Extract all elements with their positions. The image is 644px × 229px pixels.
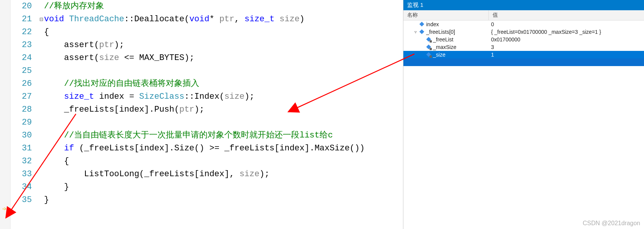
- watch-row-name-cell[interactable]: ▿_freeLists[0]: [403, 28, 489, 36]
- watch-row[interactable]: _size1: [403, 51, 644, 58]
- code-token: ptr: [219, 14, 235, 24]
- code-token: assert(: [44, 53, 99, 63]
- watch-row[interactable]: _freeList0x01700000: [403, 36, 644, 43]
- code-line[interactable]: [39, 65, 403, 77]
- watch-var-value[interactable]: 1: [489, 51, 644, 58]
- variable-icon: [419, 29, 425, 35]
- code-token: }: [44, 195, 49, 205]
- watch-rows: index0▿_freeLists[0]{ _freeList=0x017000…: [403, 21, 644, 229]
- watch-var-name: _freeList: [433, 36, 453, 43]
- line-number: 24: [11, 52, 32, 65]
- code-token: {: [44, 27, 49, 37]
- code-line[interactable]: }: [39, 194, 403, 207]
- code-token: size: [224, 92, 244, 101]
- code-line[interactable]: //释放内存对象: [39, 0, 403, 13]
- code-token: ::Index(: [184, 92, 225, 101]
- watch-row-name-cell[interactable]: _maxSize: [403, 43, 489, 51]
- code-line[interactable]: assert(ptr);: [39, 39, 403, 52]
- watch-row[interactable]: ▿_freeLists[0]{ _freeList=0x01700000 _ma…: [403, 28, 644, 36]
- line-number: 35: [11, 194, 32, 207]
- code-token: ::Deallocate(: [124, 14, 189, 24]
- watch-var-name: _maxSize: [433, 43, 456, 51]
- line-number: 25: [11, 65, 32, 77]
- code-line[interactable]: {: [39, 155, 403, 168]
- watch-row[interactable]: _maxSize3: [403, 43, 644, 51]
- watch-row-name-cell[interactable]: _freeList: [403, 36, 489, 43]
- line-number: 34: [11, 181, 32, 194]
- code-token: index =: [94, 92, 139, 101]
- watermark: CSDN @2021dragon: [583, 220, 640, 227]
- code-line[interactable]: ListTooLong(_freeLists[index], size);: [39, 168, 403, 181]
- watch-panel: 监视 1 名称 值 index0▿_freeLists[0]{ _freeLis…: [403, 0, 644, 229]
- line-number: 23: [11, 39, 32, 52]
- watch-panel-title: 监视 1: [403, 0, 644, 10]
- code-token: ): [299, 14, 304, 24]
- code-token: void: [189, 14, 209, 24]
- watch-col-name[interactable]: 名称: [403, 10, 489, 20]
- code-token: SizeClass: [139, 92, 184, 101]
- watch-header: 名称 值: [403, 10, 644, 21]
- watch-var-value[interactable]: 0: [489, 21, 644, 28]
- watch-col-value[interactable]: 值: [489, 10, 644, 20]
- code-line[interactable]: ⊟void ThreadCache::Deallocate(void* ptr,…: [39, 13, 403, 26]
- line-number-gutter: 20212223242526272829303132333435: [11, 0, 37, 229]
- code-token: ListTooLong(_freeLists[index],: [44, 169, 239, 179]
- code-line[interactable]: }: [39, 181, 403, 194]
- watch-var-name: index: [426, 21, 439, 28]
- code-token: ,: [235, 14, 244, 24]
- code-line[interactable]: _freeLists[index].Push(ptr);: [39, 103, 403, 116]
- watch-new-row[interactable]: [403, 58, 644, 66]
- code-line[interactable]: size_t index = SizeClass::Index(size);: [39, 90, 403, 103]
- code-token: size_t: [64, 92, 94, 101]
- code-line[interactable]: if (_freeLists[index].Size() >= _freeLis…: [39, 142, 403, 155]
- variable-icon: [426, 37, 431, 42]
- variable-icon: [419, 22, 425, 27]
- outline-collapse-icon[interactable]: ⊟: [39, 13, 44, 26]
- watch-var-name: _size: [433, 51, 446, 58]
- watch-var-value[interactable]: { _freeList=0x01700000 _maxSize=3 _size=…: [489, 28, 644, 36]
- watch-var-value[interactable]: 3: [489, 43, 644, 51]
- watch-var-value[interactable]: 0x01700000: [489, 36, 644, 43]
- code-token: size_t: [244, 14, 279, 24]
- code-token: *: [209, 14, 219, 24]
- variable-icon: [426, 44, 431, 50]
- line-number: 20: [11, 0, 32, 13]
- code-token: //找出对应的自由链表桶将对象插入: [44, 79, 199, 88]
- expand-collapse-icon[interactable]: ▿: [413, 28, 418, 36]
- code-token: _freeLists[index].Push(: [44, 105, 179, 114]
- line-number: 32: [11, 155, 32, 168]
- code-line[interactable]: [39, 116, 403, 129]
- code-area[interactable]: //释放内存对象⊟void ThreadCache::Deallocate(vo…: [37, 0, 403, 229]
- code-token: //释放内存对象: [44, 2, 104, 11]
- code-token: );: [260, 169, 269, 179]
- code-line[interactable]: assert(size <= MAX_BYTES);: [39, 52, 403, 65]
- watch-row-name-cell[interactable]: index: [403, 21, 489, 28]
- code-token: <= MAX_BYTES);: [119, 53, 194, 63]
- code-token: }: [44, 182, 69, 192]
- line-number: 28: [11, 103, 32, 116]
- variable-icon: [426, 52, 431, 57]
- code-token: );: [114, 40, 124, 50]
- code-token: [44, 92, 64, 101]
- code-line[interactable]: //找出对应的自由链表桶将对象插入: [39, 77, 403, 90]
- instruction-pointer-icon: ➩: [2, 205, 6, 213]
- code-token: (_freeLists[index].Size() >= _freeLists[…: [74, 144, 365, 153]
- line-number: 33: [11, 168, 32, 181]
- line-number: 26: [11, 77, 32, 90]
- code-token: [44, 144, 64, 153]
- code-editor[interactable]: ➩ 20212223242526272829303132333435 //释放内…: [0, 0, 403, 229]
- code-token: if: [64, 144, 74, 153]
- glyph-margin: ➩: [0, 0, 11, 229]
- code-token: size: [239, 169, 260, 179]
- line-number: 21: [11, 13, 32, 26]
- line-number: 29: [11, 116, 32, 129]
- code-line[interactable]: //当自由链表长度大于一次批量申请的对象个数时就开始还一段list给c: [39, 129, 403, 142]
- code-line[interactable]: {: [39, 26, 403, 39]
- code-token: size: [280, 14, 300, 24]
- watch-row-name-cell[interactable]: _size: [403, 51, 489, 58]
- watch-row[interactable]: index0: [403, 21, 644, 28]
- code-token: size: [99, 53, 119, 63]
- code-token: void: [44, 14, 69, 24]
- code-token: ptr: [99, 40, 114, 50]
- watch-var-name: _freeLists[0]: [426, 28, 455, 36]
